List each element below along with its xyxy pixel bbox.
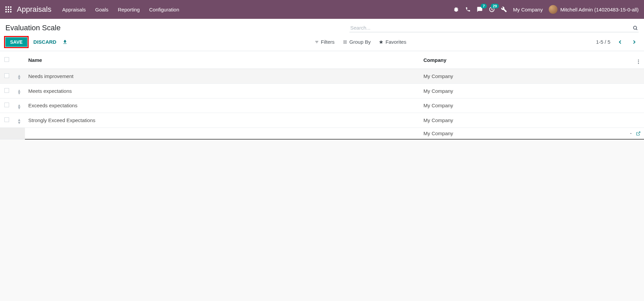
list-view: Name Company ▲▼ Needs improvement My Com… [0,51,644,140]
filters-label: Filters [321,39,335,45]
favorites-button[interactable]: Favorites [379,39,406,45]
user-name: Mitchell Admin (14020483-15-0-all) [560,7,639,12]
drag-handle-icon[interactable]: ▲▼ [17,104,21,110]
svg-rect-8 [10,11,11,12]
row-checkbox[interactable] [4,103,9,107]
pager-prev-button[interactable] [616,38,624,46]
pager-next-button[interactable] [630,38,639,46]
drag-handle-icon[interactable]: ▲▼ [17,74,21,80]
cell-company: My Company [420,83,633,98]
cell-company: My Company [420,69,633,84]
svg-rect-4 [8,9,9,10]
phone-icon[interactable] [465,7,471,12]
favorites-label: Favorites [385,39,406,45]
search-wrap [349,24,639,32]
chat-icon[interactable]: 7 [477,6,483,12]
cell-name: Exceeds expectations [25,98,420,113]
svg-line-15 [638,131,640,134]
search-icon[interactable] [633,25,638,31]
cell-name: Strongly Exceed Expectations [25,113,420,128]
company-selector[interactable]: My Company [513,7,543,12]
table-row-editable[interactable]: My Company [0,128,644,140]
col-header-name[interactable]: Name [25,51,420,69]
dropdown-caret-icon[interactable] [629,132,633,135]
svg-rect-7 [8,11,9,12]
row-checkbox[interactable] [4,88,9,93]
nav-item-reporting[interactable]: Reporting [118,7,140,12]
groupby-label: Group By [349,39,371,45]
control-panel: Evaluation Scale SAVE DISCARD Filters [0,19,644,51]
search-input[interactable] [350,25,633,31]
drag-handle-icon[interactable]: ▲▼ [17,89,21,95]
top-navbar: Appraisals Appraisals Goals Reporting Co… [0,0,644,19]
nav-item-goals[interactable]: Goals [95,7,108,12]
nav-menu: Appraisals Goals Reporting Configuration [62,7,179,12]
groupby-button[interactable]: Group By [343,39,371,45]
tools-icon[interactable] [501,6,507,12]
debug-icon[interactable] [453,6,459,12]
page-title: Evaluation Scale [5,24,61,32]
drag-handle-icon[interactable]: ▲▼ [17,118,21,124]
pager-text[interactable]: 1-5 / 5 [596,39,610,45]
activity-icon[interactable]: 29 [489,6,495,12]
row-checkbox[interactable] [4,117,9,122]
svg-point-10 [634,26,637,29]
nav-item-configuration[interactable]: Configuration [149,7,179,12]
cell-name: Needs improvement [25,69,420,84]
svg-rect-2 [10,6,11,8]
avatar [549,5,557,14]
nav-item-appraisals[interactable]: Appraisals [62,7,86,12]
data-table: Name Company ▲▼ Needs improvement My Com… [0,51,644,140]
svg-line-11 [636,29,637,30]
discard-button[interactable]: DISCARD [32,37,58,47]
export-icon[interactable] [62,39,68,45]
app-title[interactable]: Appraisals [17,5,52,14]
kebab-icon[interactable] [638,60,639,64]
svg-rect-5 [10,9,11,10]
table-row[interactable]: ▲▼ Strongly Exceed Expectations My Compa… [0,113,644,128]
col-header-company[interactable]: Company [420,51,633,69]
select-all-checkbox[interactable] [4,57,9,62]
cell-company: My Company [420,113,633,128]
apps-icon[interactable] [5,6,11,12]
svg-rect-6 [5,11,7,12]
cell-name: Meets expectations [25,83,420,98]
svg-rect-1 [8,6,9,8]
svg-rect-0 [5,6,7,8]
chat-badge: 7 [481,4,487,8]
filters-button[interactable]: Filters [315,39,335,45]
table-row[interactable]: ▲▼ Meets expectations My Company [0,83,644,98]
cell-name-input[interactable] [25,128,420,140]
table-row[interactable]: ▲▼ Exceeds expectations My Company [0,98,644,113]
save-button[interactable]: SAVE [5,37,27,47]
cell-company-value[interactable]: My Company [423,130,453,136]
table-row[interactable]: ▲▼ Needs improvement My Company [0,69,644,84]
user-menu[interactable]: Mitchell Admin (14020483-15-0-all) [549,5,639,14]
cell-company: My Company [420,98,633,113]
row-checkbox[interactable] [4,73,9,78]
activity-badge: 29 [491,4,499,8]
external-link-icon[interactable] [636,131,641,136]
nav-right: 7 29 My Company Mitchell Admin (14020483… [453,5,639,14]
svg-rect-3 [5,9,7,10]
